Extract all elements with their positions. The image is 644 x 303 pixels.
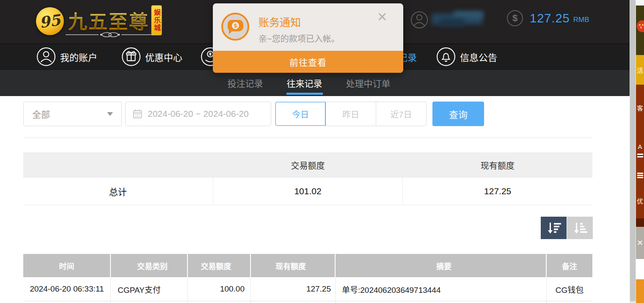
type-select-value: 全部 (32, 107, 50, 120)
record-remark: CG钱包 (547, 277, 592, 301)
nav-item-announcements[interactable]: 信息公告 (436, 47, 497, 67)
records-header-row: 时间 交易类别 交易额度 现有额度 摘要 备注 (23, 254, 592, 277)
record-balance: 127.25 (251, 277, 336, 301)
sort-descending-button[interactable] (541, 217, 567, 239)
record-summary: 单号:202406203649713444 (336, 277, 547, 301)
query-button[interactable]: 查询 (432, 102, 484, 126)
summary-header-blank (23, 152, 213, 178)
summary-transaction-amount: 101.02 (213, 178, 403, 205)
wallet-balance[interactable]: $ 127.25 RMB (507, 10, 589, 26)
record-amount: 100.00 (188, 277, 251, 301)
summary-total-row: 总计 101.02 127.25 (23, 178, 592, 205)
sort-controls (541, 217, 593, 239)
menu-lines-icon (637, 154, 643, 155)
sidebar-close-button[interactable]: ✕ (636, 227, 644, 259)
chevron-down-icon (107, 112, 113, 116)
nav-item-promotions[interactable]: 优惠中心 (121, 47, 182, 67)
summary-table: 交易额度 现有额度 总计 101.02 127.25 (23, 152, 592, 205)
records-header-time: 时间 (23, 254, 111, 277)
sort-ascending-icon (572, 221, 588, 235)
sidebar-promo-button[interactable]: 优 (636, 183, 644, 218)
bell-icon (436, 47, 456, 66)
record-tabs: 投注记录 往来记录 处理中订单 (212, 69, 406, 96)
notification-message: 亲~您的款项已入帐。 (259, 32, 340, 44)
close-icon[interactable]: ✕ (377, 11, 387, 23)
sidebar-activity-button[interactable]: 活 (636, 55, 644, 85)
notification-title: 账务通知 (259, 14, 301, 29)
dollar-coin-icon: $ (507, 10, 523, 26)
sidebar-menu-button[interactable] (636, 168, 644, 183)
page: 95 九五至尊 娱乐城 $ 127.25 RMB 我的账户 优惠 (0, 0, 644, 303)
record-time: 2024-06-20 06:33:11 (23, 277, 111, 301)
site-logo[interactable]: 95 九五至尊 娱乐城 (36, 6, 167, 41)
records-table: 时间 交易类别 交易额度 现有额度 摘要 备注 2024-06-20 06:33… (23, 254, 592, 303)
quick-range-today[interactable]: 今日 (275, 102, 326, 126)
logo-coin-icon: 95 (36, 7, 64, 35)
records-header-amount: 交易额度 (188, 254, 251, 277)
nav-item-my-account[interactable]: 我的账户 (36, 47, 97, 67)
table-row-partial (23, 301, 592, 303)
sidebar-service-block[interactable] (636, 6, 644, 55)
quick-range-group: 今日 昨日 近7日 (275, 102, 427, 126)
finance-notice-icon: $ (221, 13, 249, 41)
record-type: CGPAY支付 (111, 277, 188, 301)
user-info[interactable] (410, 11, 483, 29)
tab-processing-orders[interactable]: 处理中订单 (346, 69, 391, 96)
gift-icon (121, 47, 141, 66)
date-range-input[interactable]: 2024-06-20 ~ 2024-06-20 (125, 102, 271, 126)
logo-flourish-icon (65, 31, 155, 38)
username-redacted (432, 12, 487, 28)
scrollbar-thumb[interactable] (630, 0, 636, 301)
balance-currency: RMB (573, 16, 589, 24)
sidebar-separator (636, 218, 644, 227)
calendar-icon (132, 109, 143, 119)
type-select[interactable]: 全部 (23, 102, 122, 126)
summary-header-current-balance: 现有额度 (403, 152, 592, 178)
table-row: 2024-06-20 06:33:11 CGPAY支付 100.00 127.2… (23, 277, 592, 301)
summary-current-balance: 127.25 (402, 178, 592, 205)
notification-popup: $ 账务通知 亲~您的款项已入帐。 ✕ 前往查看 (213, 3, 403, 73)
avatar-icon (410, 11, 428, 29)
tab-transaction-records[interactable]: 往来记录 (287, 69, 322, 96)
summary-total-label: 总计 (23, 178, 213, 205)
records-header-remark: 备注 (547, 254, 592, 277)
account-icon (36, 47, 56, 66)
money-bubble-icon: $ (228, 20, 243, 31)
go-view-button[interactable]: 前往查看 (213, 51, 403, 73)
brand-name: 九五至尊 (68, 7, 149, 34)
tab-betting-records[interactable]: 投注记录 (228, 69, 263, 96)
sort-ascending-button[interactable] (567, 217, 593, 239)
records-header-summary: 摘要 (336, 254, 547, 277)
sort-descending-icon (546, 221, 561, 235)
divider (23, 138, 592, 138)
records-header-type: 交易类别 (111, 254, 188, 277)
sidebar-customer-service-button[interactable]: 客 (636, 85, 644, 130)
quick-range-7days[interactable]: 近7日 (376, 102, 426, 126)
summary-header-row: 交易额度 现有额度 (23, 152, 592, 178)
balance-amount: 127.25 (530, 11, 570, 25)
sidebar-gap (636, 259, 644, 279)
quick-range-yesterday[interactable]: 昨日 (326, 102, 376, 126)
sidebar-bottom-button[interactable] (636, 279, 644, 303)
sidebar-top-sliver (636, 0, 644, 6)
sidebar-app-button[interactable]: A (636, 130, 644, 168)
records-header-balance: 现有额度 (251, 254, 336, 277)
summary-header-transaction-amount: 交易额度 (213, 152, 402, 178)
scrollbar-track[interactable] (630, 0, 636, 303)
floating-sidebar-sliver: 活 客 A 优 ✕ (636, 0, 644, 303)
menu-lines-icon (637, 173, 643, 174)
date-range-value: 2024-06-20 ~ 2024-06-20 (148, 109, 249, 119)
badge-icon (637, 20, 644, 32)
